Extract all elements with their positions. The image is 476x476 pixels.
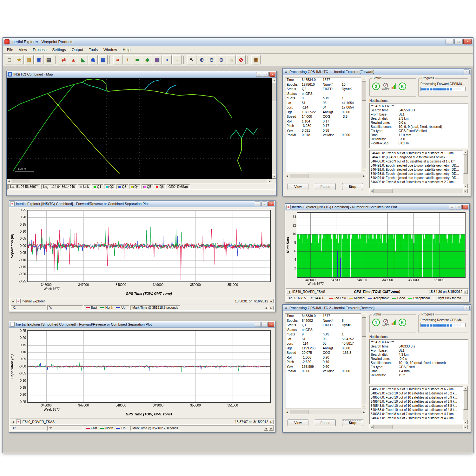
process-gnss-icon[interactable]: ▲ bbox=[69, 55, 78, 64]
separation-plot-canvas[interactable] bbox=[10, 207, 274, 297]
app-titlebar[interactable]: Inertial Explorer - Waypoint Products – … bbox=[3, 38, 473, 46]
close-button[interactable]: × bbox=[462, 205, 468, 209]
log-list[interactable]: 348587.0: Fixed 8 out of 9 satellites at… bbox=[369, 386, 463, 424]
telemetry-horizontal-scrollbar[interactable]: ◀▶ bbox=[285, 174, 366, 178]
telemetry-vertical-scrollbar[interactable]: ▲▼ bbox=[362, 77, 366, 172]
scrollbar-thumb[interactable] bbox=[374, 425, 393, 429]
scroll-left-button[interactable]: ◀ bbox=[285, 174, 289, 178]
feature-editor-icon[interactable]: + bbox=[123, 55, 132, 64]
scroll-right-button[interactable]: ▶ bbox=[463, 188, 468, 193]
scroll-right-button[interactable]: ▶ bbox=[463, 425, 468, 429]
log-horizontal-scrollbar[interactable]: ◀▶ bbox=[369, 425, 468, 429]
scroll-up-button[interactable]: ▲ bbox=[362, 313, 366, 318]
scrollbar-thumb[interactable] bbox=[362, 82, 366, 101]
zoom-out-icon[interactable]: ⊖ bbox=[207, 55, 216, 64]
scrollbar-track[interactable] bbox=[463, 174, 468, 184]
scroll-right-button[interactable]: ▶ bbox=[269, 299, 274, 303]
scroll-left-button[interactable]: ◀ bbox=[285, 410, 289, 414]
scrollbar-thumb[interactable] bbox=[463, 155, 468, 174]
maximize-button[interactable]: □ bbox=[263, 72, 269, 77]
menu-window[interactable]: Window bbox=[101, 47, 120, 53]
zoom-in-icon[interactable]: ⊕ bbox=[197, 55, 206, 64]
new-project-wizard-icon[interactable]: ★ bbox=[15, 55, 24, 64]
map-window-icon[interactable]: ◈ bbox=[143, 55, 152, 64]
map-window-titlebar[interactable]: ▦ INS(TC) Combined - Map – □ × bbox=[7, 71, 276, 78]
scroll-down-button[interactable]: ▼ bbox=[272, 174, 276, 179]
scroll-down-button[interactable]: ▼ bbox=[463, 420, 468, 424]
minimize-button[interactable]: – bbox=[446, 39, 454, 44]
log-vertical-scrollbar[interactable]: ▲▼ bbox=[463, 150, 468, 188]
scroll-left-button[interactable]: ◀ bbox=[11, 420, 15, 424]
close-button[interactable]: × bbox=[269, 72, 275, 77]
scrollbar-track[interactable] bbox=[30, 179, 268, 183]
scroll-right-button[interactable]: ▶ bbox=[269, 306, 274, 310]
export-data-icon[interactable]: → bbox=[172, 55, 182, 64]
view-button[interactable]: View bbox=[288, 419, 308, 426]
menu-process[interactable]: Process bbox=[30, 47, 49, 53]
minimize-button[interactable]: – bbox=[449, 205, 455, 209]
minimize-button[interactable]: – bbox=[255, 322, 261, 327]
scroll-down-button[interactable]: ▼ bbox=[362, 404, 366, 408]
menu-tools[interactable]: Tools bbox=[86, 47, 101, 53]
scroll-left-button[interactable]: ◀ bbox=[369, 425, 374, 429]
scrollbar-thumb[interactable] bbox=[272, 82, 276, 101]
close-button[interactable]: × bbox=[464, 69, 470, 74]
maximize-button[interactable]: □ bbox=[261, 202, 268, 206]
scrollbar-thumb[interactable] bbox=[11, 179, 30, 183]
menu-view[interactable]: View bbox=[16, 47, 30, 53]
log-vertical-scrollbar[interactable]: ▲▼ bbox=[463, 386, 468, 424]
processing-reverse-titlebar[interactable]: ⚙ Processing GPS-IMU TC 2 - Inertial Exp… bbox=[283, 305, 471, 311]
map-vertical-scrollbar[interactable]: ▲▼ bbox=[272, 78, 276, 179]
scroll-right-button[interactable]: ▶ bbox=[362, 174, 366, 178]
close-button[interactable]: × bbox=[268, 322, 274, 327]
plot-results-icon[interactable]: ≈ bbox=[113, 55, 122, 64]
scroll-up-button[interactable]: ▲ bbox=[463, 150, 468, 155]
scroll-up-button[interactable]: ▲ bbox=[463, 386, 468, 391]
processing-forward-titlebar[interactable]: ⚙ Processing GPS-IMU TC 1 - Inertial Exp… bbox=[283, 69, 471, 75]
scrollbar-track[interactable] bbox=[463, 410, 468, 420]
telemetry-horizontal-scrollbar[interactable]: ◀▶ bbox=[285, 410, 366, 414]
process-tc-icon[interactable]: ◣ bbox=[79, 55, 88, 64]
scrollbar-thumb[interactable] bbox=[362, 318, 366, 337]
print-icon[interactable]: ▤ bbox=[44, 55, 53, 64]
window-new-icon[interactable]: ▣ bbox=[251, 55, 261, 64]
minimize-button[interactable]: – bbox=[256, 72, 262, 77]
select-cursor-icon[interactable]: ↖ bbox=[187, 55, 196, 64]
save-project-icon[interactable]: ▣ bbox=[34, 55, 43, 64]
maximize-button[interactable]: □ bbox=[261, 322, 268, 327]
view-coordinates-icon[interactable]: ▦ bbox=[98, 55, 108, 64]
scroll-left-button[interactable]: ◀ bbox=[7, 179, 11, 183]
separation-plot-titlebar[interactable]: ≈ Inertial Explorer [INS(TC) Combined] -… bbox=[9, 201, 275, 207]
scroll-right-button[interactable]: ▶ bbox=[269, 420, 274, 424]
smoothed-separation-titlebar[interactable]: ≈ Inertial Explorer [Smoothed Combined] … bbox=[9, 321, 275, 328]
scroll-left-button[interactable]: ◀ bbox=[287, 289, 291, 294]
html-report-icon[interactable]: ▩ bbox=[153, 55, 162, 64]
scroll-left-button[interactable]: ◀ bbox=[264, 426, 268, 431]
scrollbar-track[interactable] bbox=[308, 410, 362, 414]
convert-raw-gnss-icon[interactable]: ⇄ bbox=[59, 55, 68, 64]
scroll-up-button[interactable]: ▲ bbox=[272, 78, 276, 82]
stop-button[interactable]: Stop bbox=[342, 419, 363, 426]
maximize-button[interactable]: □ bbox=[456, 205, 462, 209]
scrollbar-thumb[interactable] bbox=[374, 188, 393, 193]
close-button[interactable]: × bbox=[464, 306, 470, 310]
scroll-right-button[interactable]: ▶ bbox=[463, 289, 468, 294]
satellites-plot-titlebar[interactable]: ≈ Inertial Explorer [INS(TC) Combined] -… bbox=[285, 204, 469, 210]
open-project-icon[interactable]: ▨ bbox=[24, 55, 34, 64]
scroll-left-button[interactable]: ◀ bbox=[369, 188, 374, 193]
scroll-right-button[interactable]: ▶ bbox=[362, 410, 366, 414]
scroll-left-button[interactable]: ◀ bbox=[264, 306, 268, 310]
new-project-icon[interactable]: □ bbox=[5, 55, 14, 64]
datum-lamp-icon[interactable]: ☼ bbox=[227, 55, 236, 64]
scrollbar-thumb[interactable] bbox=[289, 174, 308, 178]
scrollbar-track[interactable] bbox=[308, 174, 362, 178]
scroll-right-button[interactable]: ▶ bbox=[269, 426, 274, 431]
log-horizontal-scrollbar[interactable]: ◀▶ bbox=[369, 188, 468, 193]
scroll-left-button[interactable]: ◀ bbox=[11, 299, 15, 303]
log-list[interactable]: 346416.0: Fixed 9 out of 8 satellites at… bbox=[369, 150, 463, 188]
scrollbar-thumb[interactable] bbox=[463, 391, 468, 410]
close-button[interactable]: × bbox=[463, 39, 472, 44]
menu-help[interactable]: Help bbox=[120, 47, 134, 53]
scrollbar-track[interactable] bbox=[393, 188, 463, 193]
scrollbar-track[interactable] bbox=[362, 337, 366, 404]
